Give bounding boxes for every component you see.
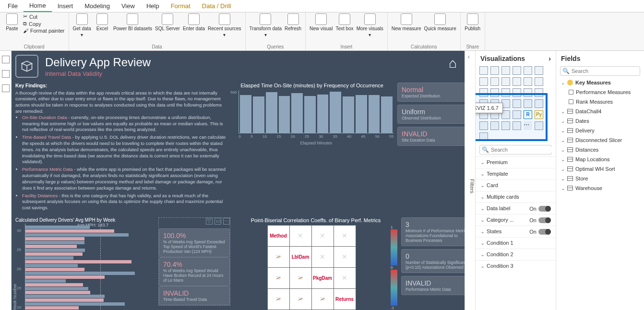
viz-type-icon[interactable]	[479, 132, 488, 141]
viz-type-icon[interactable]	[490, 88, 499, 97]
status-card[interactable]: 3Minimum # of Performance Metric Associa…	[401, 217, 465, 246]
viz-toggle[interactable]: Data labelOn	[476, 203, 556, 214]
viz-type-icon[interactable]	[535, 77, 543, 86]
more-visuals-icon[interactable]: ⋯	[524, 121, 532, 130]
more-icon[interactable]: ⋯	[223, 218, 230, 225]
tab-help[interactable]: Help	[141, 0, 165, 12]
collapse-icon[interactable]: ›	[549, 55, 551, 62]
viz-type-icon[interactable]	[513, 99, 521, 108]
publish-button[interactable]: Publish	[465, 13, 481, 31]
tab-modeling[interactable]: Modeling	[79, 0, 116, 12]
tab-data-drill[interactable]: Data / Drill	[196, 0, 237, 12]
status-card[interactable]: 0Number of Statistically Significant (p<…	[401, 249, 465, 273]
filters-pane-collapsed[interactable]: Filters	[465, 51, 475, 310]
py-visual-icon[interactable]: Py	[535, 110, 543, 119]
viz-type-icon[interactable]	[535, 121, 543, 130]
fields-search-input[interactable]	[572, 68, 638, 74]
viz-type-icon[interactable]	[513, 66, 521, 75]
home-icon[interactable]: ⌂	[449, 56, 457, 71]
viz-type-icon[interactable]	[513, 110, 521, 119]
field-item[interactable]: Store	[556, 174, 644, 183]
get-data-button[interactable]: Get data▾	[73, 13, 91, 37]
excel-button[interactable]: Excel	[94, 13, 110, 31]
viz-condition[interactable]: Condition 2	[476, 249, 556, 260]
viz-type-icon[interactable]	[513, 88, 521, 97]
viz-type-icon[interactable]	[535, 88, 543, 97]
field-item[interactable]: Performance Measures	[556, 87, 644, 97]
viz-type-icon[interactable]	[501, 88, 510, 97]
viz-type-icon[interactable]	[490, 121, 499, 130]
elapsed-time-chart[interactable]: Elasped Time On-Site (minutes) by Freque…	[230, 83, 394, 213]
avg-mph-chart[interactable]: Calculated Delivery Drivers' Avg MPH by …	[15, 217, 155, 310]
recent-sources-button[interactable]: Recent sources▾	[208, 13, 241, 37]
status-card[interactable]: INVALIDSite Duration Data	[397, 127, 465, 146]
focus-icon[interactable]: ▭	[215, 218, 221, 225]
viz-section[interactable]: Template	[476, 168, 556, 179]
cut-button[interactable]: ✂ Cut	[23, 13, 65, 20]
field-key-measures[interactable]: Key Measures	[556, 78, 644, 87]
field-item[interactable]: Warehouse	[556, 183, 644, 193]
viz-type-icon[interactable]	[513, 77, 521, 86]
viz-type-icon[interactable]	[535, 66, 543, 75]
filter-icon[interactable]: ▽	[206, 218, 213, 225]
field-item[interactable]: Dates	[556, 116, 644, 126]
data-view-icon[interactable]	[2, 70, 10, 78]
status-card[interactable]: UniformObserved Distribution	[397, 105, 465, 124]
model-view-icon[interactable]	[2, 84, 10, 92]
tab-file[interactable]: File	[2, 0, 24, 12]
status-card[interactable]: INVALIDPerformance Metric Data	[401, 276, 465, 295]
viz-condition[interactable]: Condition 1	[476, 237, 556, 249]
new-measure-button[interactable]: New measure	[392, 13, 421, 31]
viz-type-icon[interactable]	[479, 88, 488, 97]
kpi-card[interactable]: 100.0%% of Weeks Avg Speed Exceeded Top …	[159, 228, 230, 257]
viz-type-icon[interactable]	[535, 99, 543, 108]
viz-type-icon[interactable]	[479, 121, 488, 130]
viz-section[interactable]: Card	[476, 179, 556, 191]
refresh-button[interactable]: Refresh	[285, 13, 301, 31]
viz-section[interactable]: Multiple cards	[476, 191, 556, 203]
viz-section[interactable]: Premium	[476, 156, 556, 168]
tab-home[interactable]: Home	[24, 0, 52, 12]
paste-button[interactable]: Paste	[4, 13, 20, 31]
viz-type-icon[interactable]	[490, 66, 499, 75]
viz-type-icon[interactable]	[479, 77, 488, 86]
viz-type-icon[interactable]	[490, 77, 499, 86]
kpi-card[interactable]: INVALIDTime-Based Travel Data	[159, 286, 230, 305]
pbi-datasets-button[interactable]: Power BI datasets	[113, 13, 152, 31]
field-item[interactable]: Distances	[556, 145, 644, 155]
tab-view[interactable]: View	[116, 0, 141, 12]
field-item[interactable]: Optimal WH Sort	[556, 164, 644, 174]
fields-search[interactable]: 🔍	[560, 66, 640, 76]
sql-server-button[interactable]: SQL Server	[155, 13, 180, 31]
viz-toggle[interactable]: StatesOn	[476, 226, 556, 237]
field-item[interactable]: Rank Measures	[556, 97, 644, 107]
tab-format[interactable]: Format	[165, 0, 196, 12]
viz-search[interactable]: 🔍	[479, 145, 552, 155]
viz-type-icon[interactable]	[513, 121, 521, 130]
kpi-card[interactable]: 70.4%% of Weeks Avg Speed Would Have Bro…	[159, 257, 230, 286]
viz-type-icon[interactable]	[501, 77, 510, 86]
r-visual-icon[interactable]: R	[524, 110, 532, 119]
viz-type-icon[interactable]	[524, 77, 532, 86]
transform-data-button[interactable]: Transform data▾	[250, 13, 282, 37]
more-visuals-button[interactable]: More visuals▾	[357, 13, 383, 37]
viz-type-icon[interactable]	[501, 66, 510, 75]
field-item[interactable]: Delivery	[556, 126, 644, 135]
viz-toggle[interactable]: Category ...On	[476, 214, 556, 226]
viz-type-icon[interactable]	[479, 66, 488, 75]
viz-type-icon[interactable]	[524, 99, 532, 108]
field-item[interactable]: DataChall4	[556, 107, 644, 116]
text-box-button[interactable]: Text box	[335, 13, 353, 31]
correlation-matrix[interactable]: Point-Biserial Correlation Coeffs. of Bi…	[234, 217, 397, 310]
new-visual-button[interactable]: New visual	[310, 13, 333, 31]
viz-type-icon[interactable]	[501, 121, 510, 130]
field-item[interactable]: Map Locations	[556, 155, 644, 164]
viz-search-input[interactable]	[491, 147, 556, 153]
field-item[interactable]: Disconnected Slicer	[556, 135, 644, 145]
copy-button[interactable]: ⧉ Copy	[23, 21, 65, 27]
report-canvas[interactable]: ⌂ Delivery App Review Internal Data Vali…	[12, 51, 465, 310]
quick-measure-button[interactable]: Quick measure	[424, 13, 456, 31]
tab-insert[interactable]: Insert	[52, 0, 79, 12]
viz-type-icon[interactable]	[524, 88, 532, 97]
viz-type-icon[interactable]	[524, 66, 532, 75]
